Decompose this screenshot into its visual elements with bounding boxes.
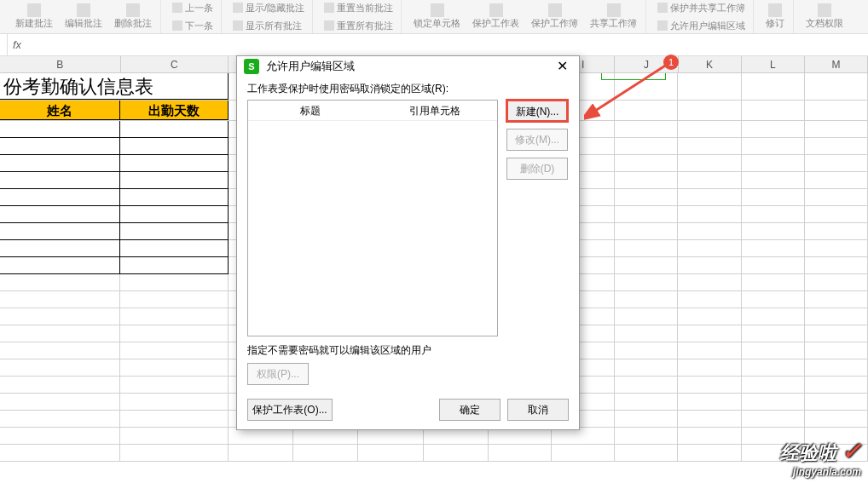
cell[interactable] <box>742 240 805 256</box>
cell[interactable] <box>615 240 678 256</box>
cell[interactable] <box>678 257 741 273</box>
cell[interactable] <box>742 411 805 427</box>
cell[interactable] <box>552 445 615 461</box>
cell[interactable] <box>805 325 868 342</box>
cell[interactable] <box>678 428 741 444</box>
cell[interactable] <box>0 445 120 461</box>
cell[interactable] <box>120 138 229 155</box>
cell[interactable] <box>0 291 120 308</box>
cell[interactable] <box>805 274 868 290</box>
cell[interactable] <box>615 172 678 188</box>
cell[interactable] <box>678 189 741 205</box>
cell[interactable] <box>742 223 805 239</box>
cell[interactable] <box>742 325 805 342</box>
lock-cell-button[interactable]: 锁定单元格 <box>408 2 466 32</box>
cell[interactable] <box>0 121 120 138</box>
cell[interactable] <box>742 121 805 137</box>
cell[interactable] <box>678 308 741 325</box>
cell[interactable] <box>615 342 678 359</box>
cell[interactable] <box>0 138 120 155</box>
cell[interactable] <box>805 359 868 376</box>
cell[interactable] <box>805 155 868 171</box>
cell[interactable] <box>0 359 120 376</box>
cell[interactable] <box>0 223 120 240</box>
cell[interactable] <box>742 257 805 273</box>
cell[interactable] <box>120 121 229 138</box>
cell[interactable] <box>678 138 741 154</box>
cell[interactable] <box>0 240 120 257</box>
new-region-button[interactable]: 新建(N)... <box>506 100 568 122</box>
cell[interactable] <box>678 359 741 376</box>
cell[interactable] <box>805 206 868 222</box>
cell[interactable] <box>120 291 229 308</box>
edit-comment-button[interactable]: 编辑批注 <box>60 2 107 32</box>
cell[interactable] <box>0 155 120 172</box>
cell[interactable] <box>742 342 805 359</box>
protect-sheet-dialog-button[interactable]: 保护工作表(O)... <box>247 399 333 421</box>
reset-current-button[interactable]: 重置当前批注 <box>320 0 397 16</box>
cell[interactable] <box>805 172 868 188</box>
cell[interactable] <box>742 274 805 290</box>
cell[interactable] <box>805 342 868 359</box>
col-header-c[interactable]: C <box>121 56 229 72</box>
protect-share-button[interactable]: 保护并共享工作簿 <box>653 0 749 16</box>
cell[interactable] <box>120 428 229 444</box>
cell[interactable] <box>805 101 868 120</box>
cell[interactable] <box>805 138 868 154</box>
cell[interactable] <box>0 394 120 410</box>
cell[interactable] <box>742 308 805 325</box>
cell[interactable] <box>615 121 678 137</box>
cell[interactable] <box>358 445 423 461</box>
cell[interactable] <box>120 359 229 376</box>
name-box[interactable] <box>7 34 8 55</box>
header-days-cell[interactable]: 出勤天数 <box>120 101 229 120</box>
cell[interactable] <box>742 155 805 171</box>
share-book-button[interactable]: 共享工作簿 <box>585 2 642 32</box>
cell[interactable] <box>0 411 120 427</box>
cell[interactable] <box>120 445 229 461</box>
cell[interactable] <box>615 411 678 427</box>
cell[interactable] <box>120 411 229 427</box>
cell[interactable] <box>615 377 678 393</box>
show-all-button[interactable]: 显示所有批注 <box>229 18 309 34</box>
cell[interactable] <box>805 240 868 256</box>
cell[interactable] <box>805 411 868 427</box>
new-comment-button[interactable]: 新建批注 <box>10 2 58 32</box>
cell[interactable] <box>120 172 229 189</box>
cell[interactable] <box>678 206 741 222</box>
cell[interactable] <box>615 325 678 342</box>
cell[interactable] <box>678 223 741 239</box>
cell[interactable] <box>120 206 229 223</box>
cell[interactable] <box>805 291 868 308</box>
cell[interactable] <box>742 206 805 222</box>
revision-button[interactable]: 修订 <box>761 2 790 32</box>
cell[interactable] <box>678 411 741 427</box>
cell[interactable] <box>615 73 678 100</box>
cell[interactable] <box>615 206 678 222</box>
cancel-button[interactable]: 取消 <box>507 399 569 421</box>
cell[interactable] <box>678 274 741 290</box>
allow-edit-button[interactable]: 允许用户编辑区域 <box>653 18 749 34</box>
cell[interactable] <box>805 257 868 273</box>
cell[interactable] <box>742 189 805 205</box>
cell[interactable] <box>742 172 805 188</box>
cell[interactable] <box>0 274 120 290</box>
cell[interactable] <box>678 325 741 342</box>
cell[interactable] <box>293 445 358 461</box>
cell[interactable] <box>120 257 229 274</box>
close-icon[interactable]: ✕ <box>552 56 572 77</box>
cell[interactable] <box>120 274 229 290</box>
cell[interactable] <box>742 394 805 410</box>
cell[interactable] <box>742 101 805 120</box>
cell[interactable] <box>615 394 678 410</box>
cell[interactable] <box>229 445 293 461</box>
col-header-m[interactable]: M <box>805 56 868 72</box>
cell[interactable] <box>120 342 229 359</box>
cell[interactable] <box>615 274 678 290</box>
cell[interactable] <box>120 308 229 325</box>
protect-sheet-button[interactable]: 保护工作表 <box>467 2 524 32</box>
ok-button[interactable]: 确定 <box>439 399 501 421</box>
cell[interactable] <box>0 189 120 206</box>
cell[interactable] <box>615 445 678 461</box>
cell[interactable] <box>742 377 805 393</box>
